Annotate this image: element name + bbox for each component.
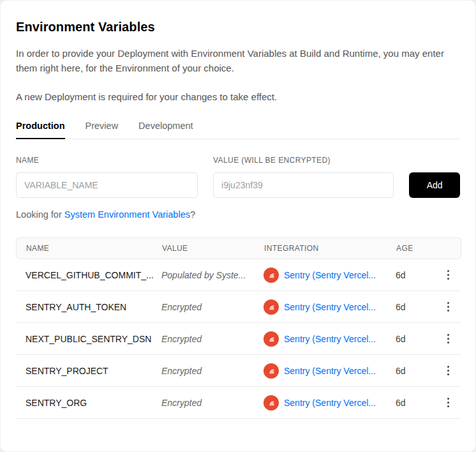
variable-age: 6d	[396, 270, 434, 280]
sentry-logo-icon	[264, 395, 279, 411]
description-paragraph: In order to provide your Deployment with…	[16, 46, 450, 75]
table-header-row: NAME VALUE INTEGRATION AGE	[16, 237, 461, 259]
variable-value-input[interactable]	[213, 172, 394, 198]
value-field-label: VALUE (WILL BE ENCRYPTED)	[213, 156, 394, 165]
environment-variables-panel: Environment Variables In order to provid…	[0, 0, 476, 452]
variable-name: NEXT_PUBLIC_SENTRY_DSN	[26, 334, 161, 344]
variable-age: 6d	[396, 366, 434, 376]
variable-age: 6d	[396, 334, 434, 344]
variable-name: SENTRY_AUTH_TOKEN	[26, 302, 161, 312]
kebab-menu-icon[interactable]	[445, 299, 452, 314]
variable-name: VERCEL_GITHUB_COMMIT_...	[26, 270, 161, 280]
integration-cell: Sentry (Sentry Vercel...	[264, 395, 396, 411]
sentry-logo-icon	[264, 331, 279, 347]
table-row: SENTRY_AUTH_TOKEN Encrypted Sentry (Sent…	[16, 291, 461, 323]
variable-name-input[interactable]	[16, 172, 198, 198]
integration-cell: Sentry (Sentry Vercel...	[264, 363, 396, 379]
variable-name: SENTRY_ORG	[26, 398, 161, 408]
sentry-logo-icon	[264, 299, 279, 315]
col-header-value: VALUE	[162, 244, 264, 253]
kebab-menu-icon[interactable]	[445, 267, 452, 282]
variable-age: 6d	[396, 398, 434, 408]
integration-link[interactable]: Sentry (Sentry Vercel...	[284, 270, 376, 280]
table-row: NEXT_PUBLIC_SENTRY_DSN Encrypted Sentry …	[16, 323, 461, 355]
tab-preview[interactable]: Preview	[86, 121, 119, 139]
integration-cell: Sentry (Sentry Vercel...	[264, 267, 396, 283]
add-variable-form: NAME VALUE (WILL BE ENCRYPTED) Add	[16, 156, 460, 198]
variable-age: 6d	[396, 302, 434, 312]
table-row: SENTRY_PROJECT Encrypted Sentry (Sentry …	[16, 355, 461, 387]
kebab-menu-icon[interactable]	[445, 331, 452, 346]
sentry-logo-icon	[264, 267, 279, 283]
environment-tabs: Production Preview Development	[16, 121, 460, 139]
system-env-vars-hint: Looking for System Environment Variables…	[16, 209, 460, 220]
integration-cell: Sentry (Sentry Vercel...	[264, 299, 396, 315]
variable-value: Encrypted	[161, 302, 264, 312]
system-env-vars-link[interactable]: System Environment Variables	[64, 209, 190, 220]
env-variables-table: NAME VALUE INTEGRATION AGE VERCEL_GITHUB…	[16, 237, 461, 419]
kebab-menu-icon[interactable]	[445, 395, 452, 410]
sentry-logo-icon	[264, 363, 279, 379]
table-row: SENTRY_ORG Encrypted Sentry (Sentry Verc…	[16, 387, 461, 419]
kebab-menu-icon[interactable]	[445, 363, 452, 378]
col-header-integration: INTEGRATION	[264, 244, 396, 253]
integration-link[interactable]: Sentry (Sentry Vercel...	[284, 398, 376, 408]
variable-value: Populated by Syste...	[161, 270, 264, 280]
add-button[interactable]: Add	[409, 172, 460, 198]
name-field-label: NAME	[16, 156, 198, 165]
variable-value: Encrypted	[161, 366, 264, 376]
hint-suffix: ?	[190, 209, 195, 220]
integration-link[interactable]: Sentry (Sentry Vercel...	[284, 334, 376, 344]
table-body: VERCEL_GITHUB_COMMIT_... Populated by Sy…	[16, 259, 461, 419]
col-header-age: AGE	[396, 244, 435, 253]
col-header-name: NAME	[26, 244, 162, 253]
table-row: VERCEL_GITHUB_COMMIT_... Populated by Sy…	[16, 259, 461, 291]
hint-prefix: Looking for	[16, 209, 64, 220]
deployment-note: A new Deployment is required for your ch…	[16, 89, 460, 104]
integration-cell: Sentry (Sentry Vercel...	[264, 331, 396, 347]
integration-link[interactable]: Sentry (Sentry Vercel...	[284, 302, 376, 312]
integration-link[interactable]: Sentry (Sentry Vercel...	[284, 366, 376, 376]
page-title: Environment Variables	[16, 20, 460, 34]
tab-production[interactable]: Production	[16, 121, 65, 139]
variable-value: Encrypted	[161, 398, 264, 408]
variable-name: SENTRY_PROJECT	[26, 366, 161, 376]
tab-development[interactable]: Development	[138, 121, 193, 139]
variable-value: Encrypted	[161, 334, 264, 344]
